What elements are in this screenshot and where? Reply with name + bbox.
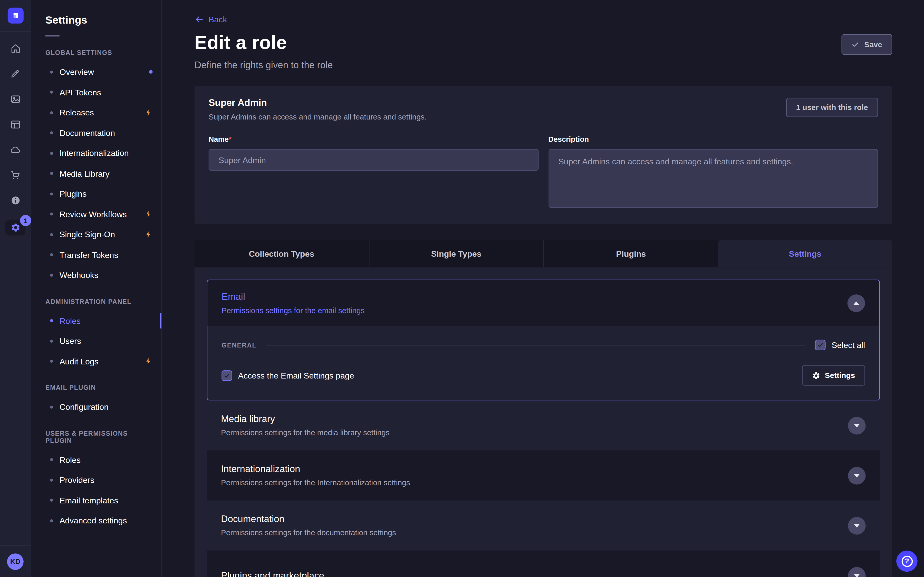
tab-single-types[interactable]: Single Types <box>368 240 543 268</box>
sidebar-item-roles-up[interactable]: Roles <box>31 450 162 470</box>
expand-toggle-button[interactable] <box>848 517 866 534</box>
role-name-title: Super Admin <box>209 98 426 108</box>
bullet-icon <box>50 253 53 256</box>
user-avatar[interactable]: KD <box>7 553 24 570</box>
permissions-tabs-wrap: Collection Types Single Types Plugins Se… <box>195 240 892 577</box>
section-administration-panel: ADMINISTRATION PANEL Roles Users Audit L… <box>31 298 162 372</box>
save-button[interactable]: Save <box>842 34 892 55</box>
description-textarea[interactable]: Super Admins can access and manage all f… <box>548 149 878 208</box>
sidebar-item-internationalization[interactable]: Internationalization <box>31 143 162 163</box>
marketplace-cart-icon[interactable] <box>8 168 22 182</box>
sidebar-item-audit-logs[interactable]: Audit Logs <box>31 351 162 372</box>
check-icon <box>223 372 231 379</box>
accordion-plugins-and-marketplace[interactable]: Plugins and marketplace <box>207 551 880 577</box>
lightning-icon <box>144 210 152 218</box>
accordion-documentation[interactable]: Documentation Permissions settings for t… <box>207 501 880 551</box>
back-link[interactable]: Back <box>195 15 892 24</box>
bullet-icon <box>50 319 53 322</box>
general-section-label: GENERAL <box>221 342 257 349</box>
accordion-subtitle: Permissions settings for the media libra… <box>221 428 389 437</box>
settings-permissions-panel: Email Permissions settings for the email… <box>195 267 892 577</box>
bullet-icon <box>50 405 53 408</box>
bullet-icon <box>50 91 53 93</box>
media-library-icon[interactable] <box>8 92 22 106</box>
chevron-down-icon <box>854 574 860 577</box>
expand-toggle-button[interactable] <box>848 467 866 484</box>
strapi-logo-icon[interactable] <box>7 8 23 24</box>
sidebar-item-api-tokens[interactable]: API Tokens <box>31 82 162 102</box>
sidebar-item-single-sign-on[interactable]: Single Sign-On <box>31 224 162 245</box>
accordion-media-library[interactable]: Media library Permissions settings for t… <box>207 400 880 450</box>
accordion-email-body: GENERAL Select all Access the Email Sett… <box>207 326 879 400</box>
sidebar-item-users[interactable]: Users <box>31 331 162 351</box>
accordion-internationalization[interactable]: Internationalization Permissions setting… <box>207 450 880 500</box>
subnav-rule <box>45 35 60 37</box>
sidebar-item-configuration[interactable]: Configuration <box>31 397 162 417</box>
accordion-title: Plugins and marketplace <box>221 571 324 577</box>
check-icon <box>817 342 824 349</box>
section-email-plugin: EMAIL PLUGIN Configuration <box>31 384 162 417</box>
bullet-icon <box>50 192 53 195</box>
lightning-icon <box>144 358 152 365</box>
chevron-down-icon <box>854 524 860 527</box>
sidebar-item-webhooks[interactable]: Webhooks <box>31 265 162 285</box>
section-label: GLOBAL SETTINGS <box>45 49 147 56</box>
content-type-builder-icon[interactable] <box>8 117 22 131</box>
sidebar-item-releases[interactable]: Releases <box>31 102 162 122</box>
sidebar-item-transfer-tokens[interactable]: Transfer Tokens <box>31 245 162 265</box>
sidebar-item-plugins[interactable]: Plugins <box>31 184 162 204</box>
section-label: EMAIL PLUGIN <box>45 384 147 391</box>
section-global-settings: GLOBAL SETTINGS Overview API Tokens Rele… <box>31 49 162 285</box>
tab-plugins[interactable]: Plugins <box>543 240 718 268</box>
lightning-icon <box>144 230 152 238</box>
users-with-role-button[interactable]: 1 user with this role <box>786 98 878 117</box>
bullet-icon <box>50 479 53 481</box>
settings-subnav: Settings GLOBAL SETTINGS Overview API To… <box>31 0 162 577</box>
tab-settings[interactable]: Settings <box>718 240 892 268</box>
rail-divider <box>0 31 31 32</box>
section-users-permissions-plugin: USERS & PERMISSIONS PLUGIN Roles Provide… <box>31 430 162 531</box>
sidebar-item-advanced-settings[interactable]: Advanced settings <box>31 511 162 531</box>
bullet-icon <box>50 274 53 276</box>
sidebar-item-documentation[interactable]: Documentation <box>31 123 162 143</box>
accordion-title: Media library <box>221 414 389 424</box>
bullet-icon <box>50 519 53 522</box>
accordion-subtitle: Permissions settings for the documentati… <box>221 528 396 537</box>
bullet-icon <box>50 458 53 461</box>
content-manager-icon[interactable] <box>8 66 22 81</box>
sidebar-item-media-library[interactable]: Media Library <box>31 163 162 184</box>
page-subtitle: Define the rights given to the role <box>195 60 892 71</box>
bullet-icon <box>50 499 53 501</box>
collapse-toggle-button[interactable] <box>848 294 865 312</box>
sidebar-item-roles-admin[interactable]: Roles <box>31 311 162 331</box>
sidebar-item-email-templates[interactable]: Email templates <box>31 490 162 510</box>
name-input[interactable] <box>209 149 538 171</box>
accordion-email-header[interactable]: Email Permissions settings for the email… <box>207 280 879 326</box>
settings-gear-icon[interactable]: 1 <box>5 219 26 235</box>
home-icon[interactable] <box>8 41 22 55</box>
bullet-icon <box>50 71 53 73</box>
cloud-deploy-icon[interactable] <box>8 143 22 157</box>
name-field-label: Name* <box>209 135 231 143</box>
section-label: USERS & PERMISSIONS PLUGIN <box>45 430 147 444</box>
help-button[interactable]: ? <box>896 551 918 572</box>
active-indicator <box>160 313 162 329</box>
permission-label: Access the Email Settings page <box>238 371 354 380</box>
question-mark-icon: ? <box>901 556 913 567</box>
select-all-checkbox[interactable] <box>815 340 826 350</box>
gear-icon <box>812 371 820 380</box>
sidebar-item-providers[interactable]: Providers <box>31 470 162 490</box>
bullet-icon <box>50 213 53 215</box>
sidebar-item-review-workflows[interactable]: Review Workflows <box>31 204 162 224</box>
tab-collection-types[interactable]: Collection Types <box>195 240 368 268</box>
app-root: 1 KD Settings GLOBAL SETTINGS Overview A… <box>0 0 924 577</box>
email-settings-button[interactable]: Settings <box>802 365 865 385</box>
check-icon <box>851 40 859 48</box>
expand-toggle-button[interactable] <box>848 416 866 434</box>
information-icon[interactable] <box>8 193 22 207</box>
section-label: ADMINISTRATION PANEL <box>45 298 147 305</box>
expand-toggle-button[interactable] <box>848 567 866 577</box>
permission-checkbox[interactable] <box>221 370 232 380</box>
sidebar-item-overview[interactable]: Overview <box>31 62 162 82</box>
bullet-icon <box>50 340 53 342</box>
